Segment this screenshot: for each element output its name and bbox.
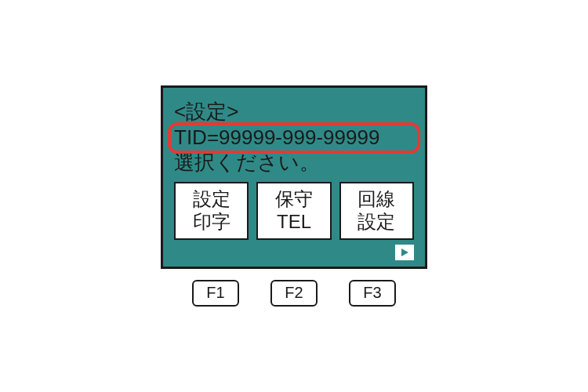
f3-key[interactable]: F3 [349,280,396,307]
soft-button-line2: TEL [260,211,328,234]
screen-text: <設定> TID=99999-999-99999 選択ください。 [174,99,414,176]
soft-button-line1: 回線 [343,188,411,211]
screen-title: <設定> [174,99,414,125]
prompt-text: 選択ください。 [174,150,414,176]
soft-button-row: 設定 印字 保守 TEL 回線 設定 [174,182,414,240]
soft-button-line-settings[interactable]: 回線 設定 [339,182,414,240]
svg-marker-0 [401,249,408,256]
soft-button-line1: 保守 [260,188,328,211]
f1-key[interactable]: F1 [192,280,239,307]
soft-button-line1: 設定 [177,188,245,211]
soft-button-settings-print[interactable]: 設定 印字 [174,182,249,240]
terminal-device: <設定> TID=99999-999-99999 選択ください。 設定 印字 保… [161,85,427,306]
tid-value: TID=99999-999-99999 [174,125,414,151]
soft-button-maintenance-tel[interactable]: 保守 TEL [256,182,331,240]
soft-button-line2: 設定 [343,211,411,234]
f2-key[interactable]: F2 [270,280,318,307]
nav-arrow-row [174,245,414,260]
next-arrow-button[interactable] [395,245,414,260]
soft-button-line2: 印字 [177,211,245,234]
lcd-screen: <設定> TID=99999-999-99999 選択ください。 設定 印字 保… [161,85,427,268]
triangle-right-icon [400,248,409,257]
function-key-row: F1 F2 F3 [161,280,427,307]
